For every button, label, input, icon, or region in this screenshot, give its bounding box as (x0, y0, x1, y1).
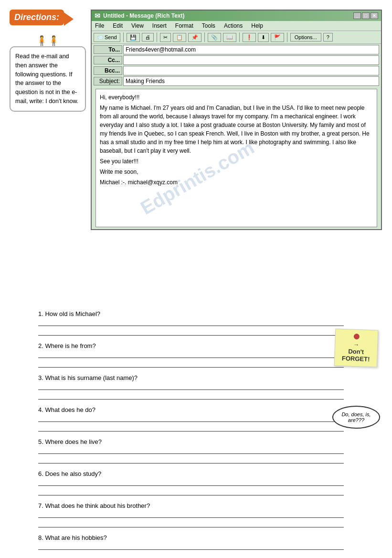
close-button[interactable]: ✕ (371, 12, 378, 19)
subject-row: Subject: (94, 76, 379, 86)
question-4-text: 4. What does he do? (38, 406, 344, 413)
titlebar-left: ✉ Untitled - Message (Rich Text) (95, 12, 184, 20)
subject-label: Subject: (94, 77, 122, 85)
question-6: 6. Does he also study? (38, 470, 344, 495)
answer-3-lines (38, 382, 344, 400)
save-icon: 💾 (130, 34, 137, 41)
directions-box: Read the e-mail and then answer the foll… (10, 46, 86, 112)
to-field[interactable] (123, 45, 379, 54)
minimize-button[interactable]: _ (353, 12, 361, 19)
toolbar-divider-4 (239, 32, 240, 42)
window-title: Untitled - Message (Rich Text) (103, 12, 184, 19)
menu-bar: File Edit View Insert Format Tools Actio… (92, 21, 381, 31)
options-button[interactable]: Options... (290, 33, 321, 42)
directions-label: Directions: (10, 10, 64, 25)
answer-7-lines (38, 510, 344, 527)
questions-section: 1. How old is Michael? 2. Where is he fr… (38, 310, 344, 558)
menu-actions[interactable]: Actions (222, 22, 244, 30)
flag-red-button[interactable]: ❗ (243, 33, 256, 42)
answer-1-lines (38, 318, 344, 336)
dont-forget-note: → Don't FORGET! (334, 328, 379, 367)
email-body[interactable]: Hi, everybody!!! My name is Michael. I'm… (95, 89, 377, 227)
to-label[interactable]: To... (94, 45, 122, 54)
bcc-label[interactable]: Bcc... (94, 66, 122, 75)
question-1: 1. How old is Michael? (38, 310, 344, 336)
toolbar-divider-1 (123, 32, 124, 42)
bcc-row: Bcc... (94, 66, 379, 75)
email-greeting: Hi, everybody!!! (100, 93, 373, 102)
answer-8-lines (38, 542, 344, 558)
menu-insert[interactable]: Insert (151, 22, 168, 30)
pushpin-icon (354, 334, 360, 339)
flag-down-button[interactable]: ⬇ (258, 33, 269, 42)
question-2-text: 2. Where is he from? (38, 342, 344, 349)
thought-bubble: Do, does, is, are??? (332, 406, 380, 429)
answer-2-lines (38, 350, 344, 368)
email-signature: Michael :-. michael@xqyz.com (100, 178, 373, 187)
email-paragraph-1: My name is Michael. I'm 27 years old and… (100, 104, 373, 155)
answer-4-lines (38, 414, 344, 432)
cut-button[interactable]: ✂ (160, 33, 171, 42)
envelope-icon: ✉ (95, 12, 100, 20)
question-5-text: 5. Where does he live? (38, 438, 344, 445)
menu-file[interactable]: File (94, 22, 106, 30)
maximize-button[interactable]: □ (362, 12, 370, 19)
dont-forget-line2: FORGET! (339, 355, 373, 363)
attach-button[interactable]: 📎 (208, 33, 221, 42)
question-8-text: 8. What are his hobbies? (38, 534, 344, 541)
question-8: 8. What are his hobbies? (38, 534, 344, 558)
question-7: 7. What does he think about his brother? (38, 502, 344, 527)
menu-format[interactable]: Format (174, 22, 195, 30)
directions-text: Directions: (14, 12, 59, 22)
question-1-text: 1. How old is Michael? (38, 310, 344, 317)
print-button[interactable]: 🖨 (142, 33, 154, 42)
email-window: ✉ Untitled - Message (Rich Text) _ □ ✕ F… (91, 10, 382, 230)
menu-help[interactable]: Help (250, 22, 265, 30)
help-button[interactable]: ? (323, 33, 333, 42)
cc-field[interactable] (123, 55, 379, 65)
directions-body: Read the e-mail and then answer the foll… (15, 53, 78, 105)
save-button[interactable]: 💾 (127, 33, 140, 42)
print-icon: 🖨 (145, 34, 150, 40)
send-label: Send (105, 34, 117, 40)
options-label: Options... (295, 34, 317, 40)
cc-label[interactable]: Cc... (94, 56, 122, 64)
flag-button[interactable]: 🚩 (271, 33, 284, 42)
thought-bubble-text: Do, does, is, are??? (341, 411, 371, 423)
help-label: ? (327, 34, 329, 40)
question-7-text: 7. What does he think about his brother? (38, 502, 344, 509)
question-3: 3. What is his surname (last name)? (38, 374, 344, 400)
subject-field[interactable] (123, 76, 379, 86)
to-row: To... (94, 45, 379, 54)
email-closing-2: Write me soon, (100, 168, 373, 176)
send-button[interactable]: 📨 Send (94, 33, 120, 42)
answer-5-lines (38, 446, 344, 463)
directions-figures: 🧍🧍 (10, 35, 86, 46)
email-closing-1: See you later!!! (100, 157, 373, 166)
question-6-text: 6. Does he also study? (38, 470, 344, 477)
toolbar: 📨 Send 💾 🖨 ✂ 📋 📌 📎 📖 ❗ ⬇ 🚩 Options... ? (92, 31, 381, 44)
cc-row: Cc... (94, 55, 379, 65)
menu-tools[interactable]: Tools (201, 22, 217, 30)
toolbar-divider-3 (204, 32, 205, 42)
menu-view[interactable]: View (130, 22, 145, 30)
email-headers: To... Cc... Bcc... Subject: (92, 44, 381, 88)
addressbook-button[interactable]: 📖 (223, 33, 236, 42)
question-5: 5. Where does he live? (38, 438, 344, 463)
toolbar-divider-5 (287, 32, 287, 42)
question-4: 4. What does he do? (38, 406, 344, 432)
paste-button[interactable]: 📌 (188, 33, 201, 42)
window-controls[interactable]: _ □ ✕ (353, 12, 378, 19)
directions-section: Directions: 🧍🧍 Read the e-mail and then … (10, 10, 86, 112)
copy-button[interactable]: 📋 (173, 33, 186, 42)
question-3-text: 3. What is his surname (last name)? (38, 374, 344, 381)
window-titlebar: ✉ Untitled - Message (Rich Text) _ □ ✕ (92, 11, 381, 21)
toolbar-divider-2 (157, 32, 157, 42)
send-icon: 📨 (97, 34, 104, 41)
question-2: 2. Where is he from? (38, 342, 344, 368)
bcc-field[interactable] (123, 66, 379, 75)
answer-6-lines (38, 478, 344, 495)
menu-edit[interactable]: Edit (111, 22, 124, 30)
